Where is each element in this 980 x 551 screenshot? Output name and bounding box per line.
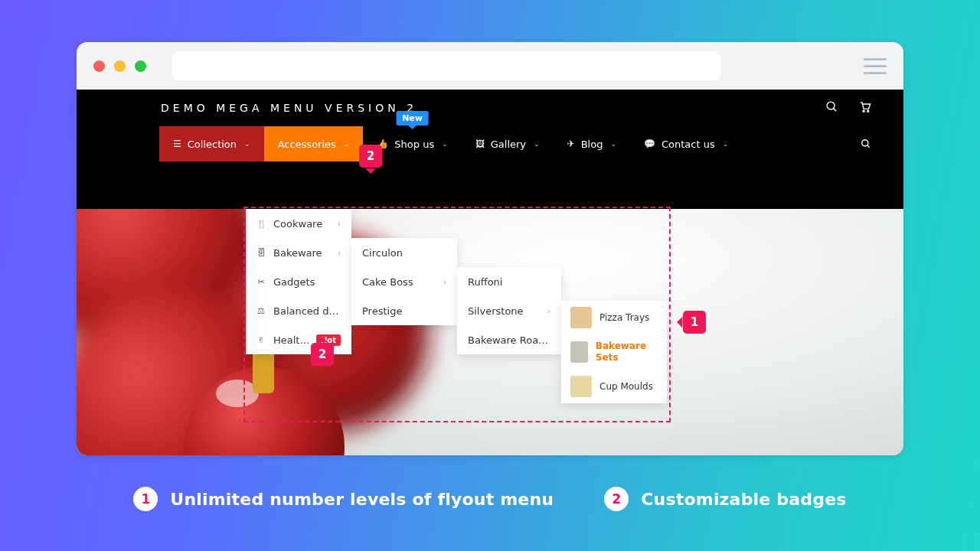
svg-line-1 <box>834 108 837 111</box>
nav-label: Gallery <box>491 139 526 150</box>
nav-label: Contact us <box>662 139 715 150</box>
menu-item[interactable]: Silverstone› <box>457 296 561 325</box>
menu-item-label: Gadgets <box>273 276 341 288</box>
flyout-level-1: 🍴Cookware‹🗄Bakeware›✂Gadgets⚖Balanced di… <box>246 209 351 354</box>
menu-item[interactable]: Circulon <box>351 238 457 267</box>
chevron-icon: › <box>443 278 446 286</box>
product-label: Cup Moulds <box>599 381 653 393</box>
menu-item-label: Bakeware Roasters <box>468 334 550 346</box>
chevron-down-icon: ⌄ <box>442 140 448 148</box>
site-title: DEMO MEGA MENU VERSION 2 <box>161 102 417 114</box>
legend-text: Customizable badges <box>641 490 846 509</box>
chevron-down-icon: ⌄ <box>534 140 540 148</box>
nav-search-icon[interactable] <box>861 126 871 161</box>
chevron-icon: › <box>338 249 341 257</box>
menu-item[interactable]: ⚖Balanced diet <box>246 296 351 325</box>
chat-icon: 💬 <box>644 139 655 149</box>
chevron-down-icon: ⌄ <box>244 140 250 148</box>
menu-item-label: Prestige <box>362 305 446 317</box>
badge-new: New <box>396 111 429 126</box>
topbar: DEMO MEGA MENU VERSION 2 <box>77 90 903 126</box>
list-icon: ☰ <box>173 139 181 149</box>
menu-item[interactable]: 🍴Cookware‹ <box>246 209 351 238</box>
svg-point-11 <box>216 380 259 407</box>
menu-item-label: Balanced diet <box>273 305 341 317</box>
legend-item: 2 Customizable badges <box>604 487 846 511</box>
product-menu-item[interactable]: Cup Moulds <box>561 370 667 403</box>
product-label: Pizza Trays <box>599 312 649 324</box>
nav-label: Shop us <box>394 139 434 150</box>
flyout-level-3: RuffoniSilverstone›Bakeware Roasters <box>457 267 561 354</box>
legend-number: 1 <box>133 487 158 511</box>
close-dot[interactable] <box>93 60 105 72</box>
browser-chrome <box>77 42 903 90</box>
menu-item[interactable]: ✂Gadgets <box>246 267 351 296</box>
legend-number: 2 <box>604 487 629 511</box>
zoom-dot[interactable] <box>135 60 146 72</box>
chevron-down-icon: ⌄ <box>723 140 729 148</box>
flyout-level-4: Pizza TraysBakeware SetsCup Moulds <box>561 301 667 403</box>
menu-item[interactable]: Ruffoni <box>457 267 561 296</box>
annotation-marker-2: 2 <box>359 145 382 168</box>
chevron-icon: ‹ <box>338 220 341 228</box>
chevron-icon: › <box>547 307 550 315</box>
product-thumb <box>570 307 592 328</box>
nav-collection[interactable]: ☰ Collection ⌄ <box>159 126 264 161</box>
nav-label: Accessories <box>278 139 336 150</box>
browser-window: DEMO MEGA MENU VERSION 2 ☰ Collection ⌄ … <box>77 42 903 455</box>
image-icon: 🖼 <box>475 139 485 149</box>
product-menu-item[interactable]: Bakeware Sets <box>561 334 667 370</box>
menu-item-label: Ruffoni <box>468 276 550 288</box>
nav-gallery[interactable]: 🖼 Gallery ⌄ <box>462 126 554 161</box>
menu-item-icon: 🗄 <box>256 248 266 258</box>
menu-item-label: Cookware <box>273 218 330 230</box>
menu-item-icon: ✌ <box>256 335 266 345</box>
traffic-lights <box>93 60 146 72</box>
nav-blog[interactable]: ✈ Blog ⌄ <box>554 126 630 161</box>
legend-text: Unlimited number levels of flyout menu <box>170 490 554 509</box>
product-menu-item[interactable]: Pizza Trays <box>561 301 667 334</box>
menu-item-label: Healthy eating <box>273 334 310 346</box>
nav-accessories[interactable]: Accessories ⌄ <box>264 126 364 161</box>
menu-item[interactable]: Cake Boss› <box>351 267 457 296</box>
menu-item[interactable]: 🗄Bakeware› <box>246 238 351 267</box>
search-icon[interactable] <box>825 100 838 116</box>
svg-point-4 <box>862 140 868 146</box>
legend-item: 1 Unlimited number levels of flyout menu <box>133 487 554 511</box>
minimize-dot[interactable] <box>114 60 126 72</box>
flyout-level-2: CirculonCake Boss›Prestige <box>351 238 457 325</box>
svg-line-5 <box>867 145 870 148</box>
menu-item[interactable]: ✌Healthy eatingHot <box>246 325 351 354</box>
menu-item-icon: ✂ <box>256 277 266 287</box>
menu-item-label: Silverstone <box>468 305 540 317</box>
menu-item-label: Circulon <box>362 247 446 259</box>
annotation-marker-1: 1 <box>683 311 706 334</box>
address-bar[interactable] <box>172 51 720 80</box>
menu-item-label: Bakeware <box>273 247 330 259</box>
product-label: Bakeware Sets <box>596 341 658 364</box>
svg-point-2 <box>863 110 864 112</box>
chevron-down-icon: ⌄ <box>344 140 350 148</box>
site: DEMO MEGA MENU VERSION 2 ☰ Collection ⌄ … <box>77 90 903 455</box>
menu-item-label: Cake Boss <box>362 276 436 288</box>
product-thumb <box>570 376 592 397</box>
menu-item[interactable]: Prestige <box>351 296 457 325</box>
nav-label: Collection <box>188 139 237 150</box>
svg-point-3 <box>867 110 869 112</box>
cart-icon[interactable] <box>858 100 871 116</box>
nav-contact[interactable]: 💬 Contact us ⌄ <box>630 126 742 161</box>
legend: 1 Unlimited number levels of flyout menu… <box>0 487 980 511</box>
product-thumb <box>570 341 588 363</box>
chevron-down-icon: ⌄ <box>610 140 616 148</box>
plane-icon: ✈ <box>567 139 575 149</box>
annotation-marker-2: 2 <box>311 343 334 366</box>
main-nav: ☰ Collection ⌄ Accessories ⌄ New 👍 Shop … <box>77 126 903 161</box>
svg-point-0 <box>827 102 835 109</box>
hamburger-icon[interactable] <box>864 58 887 74</box>
menu-item-icon: 🍴 <box>256 219 266 229</box>
nav-label: Blog <box>581 139 603 150</box>
menu-item[interactable]: Bakeware Roasters <box>457 325 561 354</box>
menu-item-icon: ⚖ <box>256 306 266 316</box>
